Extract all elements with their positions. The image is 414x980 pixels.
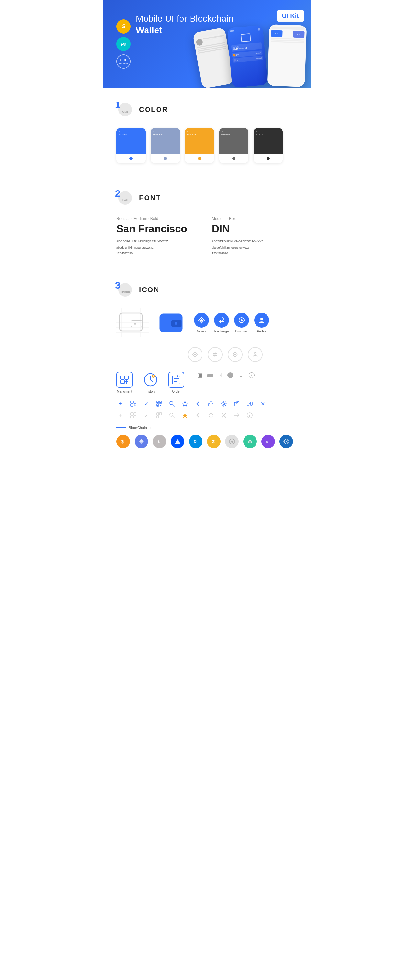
svg-rect-65 — [131, 413, 133, 415]
svg-rect-54 — [160, 405, 161, 406]
sf-lowercase: abcdefghijklmnopqrstuvwxyz — [116, 245, 202, 250]
history-icon-item: History — [142, 372, 158, 393]
svg-line-61 — [236, 401, 239, 404]
assets-label: Assets — [197, 329, 206, 333]
svg-point-25 — [234, 354, 236, 355]
app-icons-row: Mangment History — [116, 372, 298, 393]
crypto-matic-icon: ∞ — [261, 435, 275, 448]
svg-point-80 — [249, 414, 250, 414]
icon-section-title: ICON — [139, 286, 159, 294]
svg-rect-28 — [125, 376, 128, 379]
color-section: ONE 1 COLOR #3574FA #8DA0C8 #F5A623 — [104, 88, 310, 176]
color-dot-gray — [232, 157, 236, 160]
zcash-icon: Z — [207, 435, 221, 448]
svg-point-15 — [175, 322, 177, 325]
color-swatch-blue: #3574FA — [116, 128, 145, 154]
settings-icon — [220, 400, 228, 407]
svg-rect-62 — [247, 402, 249, 405]
svg-rect-71 — [156, 415, 159, 418]
icon-section-number: 3 — [115, 280, 121, 290]
circle-icon — [228, 372, 233, 378]
svg-point-95 — [286, 441, 287, 442]
svg-rect-70 — [159, 413, 162, 415]
hero-phones: myWallet $6,297,502.12 BTC 738.2003 — [194, 23, 310, 88]
exchange-label: Exchange — [215, 329, 229, 333]
waves-icon — [171, 435, 184, 448]
small-icons-blue-row: + ✓ ✕ — [116, 400, 298, 407]
blockchain-line — [116, 427, 126, 428]
font-section-word: TWO — [122, 198, 129, 202]
icon-section: THREE 3 ICON — [104, 268, 310, 461]
screens-count: 60+ — [120, 58, 127, 62]
cross-icon-gray — [220, 411, 228, 419]
din-lowercase: abcdefghijklmnopqrstuvwxyz — [212, 245, 298, 250]
blockchain-section: BlockChain Icon — [116, 426, 298, 430]
color-section-title: COLOR — [139, 105, 168, 114]
nav-icon-assets: Assets — [194, 313, 209, 333]
din-font-name: DIN — [212, 223, 298, 235]
search-icon-gray — [168, 411, 176, 419]
external-link-icon — [233, 400, 240, 407]
color-dot-orange — [198, 157, 201, 160]
svg-text:Z: Z — [212, 439, 215, 444]
svg-rect-66 — [134, 413, 136, 415]
color-section-word: ONE — [122, 110, 128, 113]
svg-rect-43 — [131, 401, 133, 403]
nav-icons-gray-row — [188, 347, 298, 362]
nav-icon-discover-gray — [228, 347, 243, 362]
discover-label: Discover — [236, 329, 248, 333]
font-san-francisco: Regular · Medium · Bold San Francisco AB… — [116, 216, 202, 255]
color-card-dark: #303030 — [253, 128, 283, 163]
svg-line-56 — [173, 404, 175, 406]
svg-marker-18 — [200, 318, 203, 322]
svg-marker-23 — [194, 353, 196, 356]
svg-text:₿: ₿ — [121, 439, 124, 444]
small-icons-gray-row: + ✓ — [116, 411, 298, 419]
color-card-blue: #3574FA — [116, 128, 145, 163]
crypto-tri-icon — [243, 435, 257, 448]
arrows-icon-gray — [207, 411, 215, 419]
svg-rect-44 — [134, 401, 136, 403]
qr-icon — [155, 400, 163, 407]
nav-icon-exchange-gray — [208, 347, 223, 362]
svg-rect-27 — [121, 376, 124, 379]
blockchain-label: BlockChain Icon — [116, 426, 298, 430]
svg-text:∞: ∞ — [266, 439, 269, 444]
order-icon-item: Order — [168, 372, 184, 393]
svg-line-73 — [173, 416, 175, 418]
svg-text:Ł: Ł — [158, 439, 161, 444]
hero-badges: S Ps 60+ Screens — [116, 19, 131, 68]
font-section-title: FONT — [139, 194, 161, 202]
nav-icons-right: Assets Exchange — [194, 313, 269, 333]
wallet-filled-svg — [158, 311, 184, 335]
hero-section: S Ps 60+ Screens Mobile UI for Blockchai… — [104, 0, 310, 88]
font-din: Medium · Bold DIN ABCDEFGHIJKLMNOPQRSTUV… — [212, 216, 298, 255]
sf-style-label: Regular · Medium · Bold — [116, 216, 202, 221]
sf-font-name: San Francisco — [116, 223, 202, 235]
chat-icon: ▣ — [197, 372, 203, 379]
bitcoin-icon: ₿ — [116, 435, 130, 448]
svg-marker-74 — [182, 413, 188, 418]
color-dot-blue — [129, 157, 132, 160]
icon-section-word: THREE — [120, 290, 131, 293]
svg-point-20 — [240, 319, 243, 321]
check-icon: ✓ — [142, 400, 150, 407]
svg-rect-42 — [238, 372, 244, 376]
svg-point-26 — [254, 353, 256, 355]
font-section-number: 2 — [115, 189, 121, 198]
phone-mockup-3: BTC ETH — [268, 24, 307, 87]
svg-point-59 — [223, 402, 225, 405]
svg-marker-85 — [175, 439, 180, 444]
svg-rect-29 — [121, 380, 124, 383]
crypto-hex-icon: ◈ — [225, 435, 239, 448]
wallet-grid-svg — [116, 308, 149, 337]
grid-icon-gray — [129, 411, 137, 419]
crescent-icon: ♃ — [218, 372, 223, 379]
order-label: Order — [172, 390, 180, 393]
color-swatch-slate: #8DA0C8 — [151, 128, 180, 154]
chevron-left-icon-gray — [194, 411, 202, 419]
svg-rect-63 — [250, 402, 252, 405]
fonts-grid: Regular · Medium · Bold San Francisco AB… — [116, 216, 298, 255]
color-dot-slate — [164, 157, 167, 160]
svg-point-12 — [134, 323, 136, 325]
